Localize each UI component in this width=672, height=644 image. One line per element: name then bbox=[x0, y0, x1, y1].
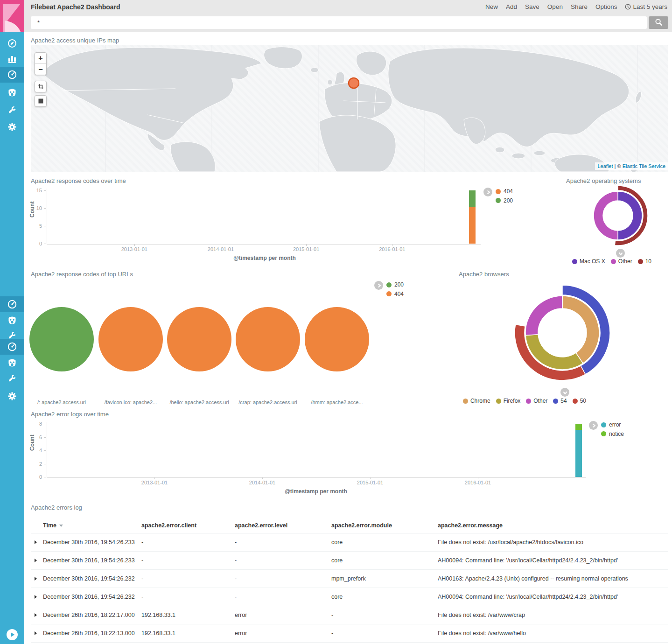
sidebar-item-discover[interactable] bbox=[7, 38, 17, 49]
table-row[interactable]: December 30th 2016, 19:54:26.233--coreAH… bbox=[31, 552, 668, 570]
browsers-legend-item[interactable]: Chrome bbox=[463, 398, 490, 404]
leaflet-link[interactable]: Leaflet bbox=[598, 163, 613, 169]
nav-item-save[interactable]: Save bbox=[525, 3, 539, 10]
response-codes-legend-item[interactable]: 404 bbox=[496, 188, 513, 195]
top-urls-legend-toggle[interactable] bbox=[374, 281, 383, 290]
column-header-0[interactable]: Time bbox=[43, 522, 141, 529]
sidebar-item-dashboard[interactable] bbox=[7, 70, 17, 80]
table-row[interactable]: December 30th 2016, 19:54:26.232--mpm_pr… bbox=[31, 570, 668, 588]
response-codes-bar-segment-404[interactable] bbox=[469, 207, 476, 244]
zoom-out-button[interactable]: − bbox=[35, 64, 46, 75]
dev-tools-icon bbox=[7, 105, 17, 115]
pie-404-3[interactable] bbox=[236, 307, 300, 371]
sidebar-item-visualize[interactable] bbox=[7, 54, 17, 64]
sidebar-item-management[interactable] bbox=[7, 122, 17, 132]
legend-swatch bbox=[526, 399, 531, 404]
sidebar-collapse-button[interactable] bbox=[6, 629, 18, 641]
top-urls-legend-item[interactable]: 200 bbox=[386, 281, 404, 288]
browsers-legend-item[interactable]: Other bbox=[526, 398, 547, 404]
nav-item-share[interactable]: Share bbox=[571, 3, 588, 10]
map-zoom-controls: + − bbox=[35, 52, 47, 75]
pie-200-0[interactable] bbox=[29, 307, 94, 371]
operating-systems-legend-item[interactable]: 10 bbox=[638, 258, 651, 265]
table-cell: core bbox=[331, 594, 438, 600]
timelion-icon bbox=[7, 88, 17, 98]
map[interactable]: + − Leaflet | © Elastic Tile Service bbox=[31, 45, 668, 172]
expand-row-icon[interactable] bbox=[35, 577, 37, 581]
expand-row-icon[interactable] bbox=[35, 595, 37, 599]
sidebar-item-timelion[interactable] bbox=[7, 315, 17, 326]
nav-item-add[interactable]: Add bbox=[506, 3, 517, 10]
error-logs-legend-toggle[interactable] bbox=[589, 421, 598, 430]
y-tick bbox=[44, 424, 46, 424]
browsers-legend-item[interactable]: Firefox bbox=[496, 398, 521, 404]
expand-row-icon[interactable] bbox=[35, 613, 37, 617]
error-logs-x-axis bbox=[47, 477, 586, 478]
sidebar-item-timelion[interactable] bbox=[7, 358, 17, 368]
operating-systems-legend-item[interactable]: Mac OS X bbox=[572, 258, 605, 265]
sidebar-item-dashboard[interactable] bbox=[7, 342, 17, 352]
table-row[interactable]: December 30th 2016, 19:54:26.232--coreAH… bbox=[31, 588, 668, 606]
legend-swatch bbox=[572, 259, 577, 264]
expand-row-icon[interactable] bbox=[35, 559, 37, 562]
table-row[interactable]: December 30th 2016, 19:54:26.233--coreFi… bbox=[31, 533, 668, 552]
sidebar-item-timelion[interactable] bbox=[7, 88, 17, 98]
top-urls-legend-item[interactable]: 404 bbox=[386, 291, 404, 297]
response-codes-legend-toggle[interactable] bbox=[483, 188, 492, 196]
timelion-icon bbox=[7, 358, 17, 368]
browsers-donut-chart bbox=[513, 284, 612, 383]
fit-bounds-button[interactable] bbox=[35, 95, 47, 107]
browsers-legend-item[interactable]: 54 bbox=[553, 398, 567, 404]
sort-descending-icon[interactable] bbox=[59, 525, 63, 527]
table-row[interactable]: December 26th 2016, 18:22:17.000192.168.… bbox=[31, 606, 668, 624]
expand-row-icon[interactable] bbox=[35, 540, 37, 544]
search-icon bbox=[655, 18, 663, 28]
response-codes-bar-segment-200[interactable] bbox=[469, 190, 476, 207]
error-logs-legend-item[interactable]: error bbox=[601, 421, 621, 428]
sidebar-item-dev-tools[interactable] bbox=[7, 105, 17, 115]
expand-row-icon[interactable] bbox=[35, 631, 37, 635]
search-input[interactable] bbox=[31, 16, 647, 29]
operating-systems-slice-Other[interactable] bbox=[594, 191, 618, 240]
error-logs-legend-item[interactable]: notice bbox=[601, 431, 624, 437]
time-picker[interactable]: Last 5 years bbox=[625, 3, 667, 10]
browsers-legend-item[interactable]: 50 bbox=[573, 398, 586, 404]
column-header-1[interactable]: apache2.error.client bbox=[141, 522, 235, 529]
pie-404-1[interactable] bbox=[98, 307, 163, 371]
search-button[interactable] bbox=[649, 16, 668, 29]
response-codes-x-axis-title: @timestamp per month bbox=[218, 255, 311, 261]
operating-systems-legend: Mac OS XOther10 bbox=[556, 258, 668, 265]
pie-404-4[interactable] bbox=[305, 307, 369, 371]
nav-item-open[interactable]: Open bbox=[547, 3, 563, 10]
legend-label: 200 bbox=[504, 197, 513, 204]
table-cell: December 30th 2016, 19:54:26.232 bbox=[43, 575, 141, 582]
table-cell: - bbox=[235, 575, 331, 582]
browsers-legend-toggle[interactable] bbox=[560, 388, 569, 397]
table-cell: - bbox=[235, 557, 331, 564]
sidebar-item-management[interactable] bbox=[7, 391, 17, 401]
operating-systems-legend-toggle[interactable] bbox=[616, 249, 625, 258]
error-logs-bar-segment-notice[interactable] bbox=[575, 424, 582, 430]
kibana-logo[interactable] bbox=[0, 0, 24, 32]
table-row[interactable]: December 26th 2016, 18:22:13.000192.168.… bbox=[31, 624, 668, 643]
column-header-3[interactable]: apache2.error.module bbox=[331, 522, 438, 529]
response-codes-legend-item[interactable]: 200 bbox=[496, 197, 513, 204]
nav-item-new[interactable]: New bbox=[485, 3, 498, 10]
zoom-in-button[interactable]: + bbox=[35, 53, 46, 64]
browsers-slice-Other[interactable] bbox=[525, 296, 562, 336]
pie-404-2[interactable] bbox=[167, 307, 231, 371]
operating-systems-legend-item[interactable]: Other bbox=[611, 258, 632, 265]
sidebar-item-dev-tools[interactable] bbox=[7, 373, 17, 384]
elastic-tile-service-link[interactable]: Elastic Tile Service bbox=[623, 163, 665, 169]
legend-swatch bbox=[496, 399, 501, 404]
column-header-4[interactable]: apache2.error.message bbox=[438, 522, 668, 529]
legend-label: Other bbox=[533, 398, 547, 404]
nav-item-options[interactable]: Options bbox=[595, 3, 617, 10]
x-tick bbox=[221, 244, 221, 246]
map-marker[interactable] bbox=[349, 78, 359, 88]
x-tick bbox=[370, 477, 371, 479]
error-logs-bar-segment-error[interactable] bbox=[575, 430, 582, 477]
sidebar-item-dashboard[interactable] bbox=[7, 299, 17, 309]
draw-rectangle-button[interactable] bbox=[35, 81, 47, 92]
column-header-2[interactable]: apache2.error.level bbox=[235, 522, 331, 529]
